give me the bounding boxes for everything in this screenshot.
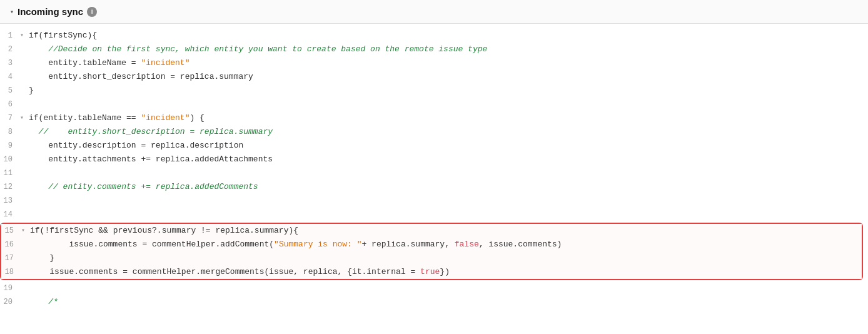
code-segment: issue.comments = commentHelper.addCommen… bbox=[30, 240, 274, 249]
code-segment: (firstSync){ bbox=[39, 31, 98, 40]
panel-title: Incoming sync bbox=[18, 6, 83, 17]
code-line: 7▾if(entity.tableName == "incident") { bbox=[0, 111, 868, 125]
code-segment: // entity.short_description = replica.su… bbox=[29, 127, 273, 136]
code-container: 1▾if(firstSync){2 //Decide on the first … bbox=[0, 24, 868, 330]
code-line: 5} bbox=[0, 84, 868, 98]
collapse-icon[interactable]: ▾ bbox=[10, 8, 14, 16]
code-segment: (!firstSync && previous?.summary != repl… bbox=[40, 226, 298, 235]
line-number: 11 bbox=[0, 166, 20, 180]
incoming-sync-panel: ▾ Incoming sync i 1▾if(firstSync){2 //De… bbox=[0, 0, 868, 330]
code-content: /* bbox=[29, 295, 860, 309]
line-number: 9 bbox=[0, 139, 20, 153]
line-number: 3 bbox=[0, 56, 20, 70]
code-line: 20 /* bbox=[0, 295, 868, 309]
code-content: if(firstSync){ bbox=[29, 29, 860, 43]
code-line: 1▾if(firstSync){ bbox=[0, 29, 868, 43]
code-line: 10 entity.attachments += replica.addedAt… bbox=[0, 153, 868, 166]
code-segment: ) { bbox=[189, 113, 204, 123]
line-number: 12 bbox=[0, 180, 20, 194]
code-segment: false bbox=[455, 240, 479, 249]
code-line: 3 entity.tableName = "incident" bbox=[0, 56, 868, 70]
line-number: 20 bbox=[0, 295, 20, 309]
line-number: 13 bbox=[0, 194, 20, 208]
line-number: 19 bbox=[0, 281, 20, 295]
code-content: if(entity.tableName == "incident") { bbox=[29, 111, 860, 125]
code-content: if(!firstSync && previous?.summary != re… bbox=[30, 224, 854, 238]
code-segment: "incident" bbox=[141, 113, 189, 123]
code-segment: /* bbox=[29, 297, 58, 306]
code-line: 4 entity.short_description = replica.sum… bbox=[0, 70, 868, 84]
code-segment: entity.tableName = bbox=[29, 58, 141, 68]
code-segment: entity.short_description = replica.summa… bbox=[29, 72, 253, 81]
line-number: 1 bbox=[0, 29, 20, 43]
code-segment: (entity.tableName == bbox=[39, 113, 141, 123]
code-segment: + replica.summary, bbox=[362, 240, 455, 249]
line-number: 7 bbox=[0, 111, 20, 125]
code-segment: //Decide on the first sync, which entity… bbox=[29, 44, 487, 54]
code-segment: true bbox=[420, 267, 440, 276]
code-segment: } bbox=[30, 253, 54, 263]
code-line: 19 bbox=[0, 281, 868, 295]
code-content: entity.attachments += replica.addedAttac… bbox=[29, 153, 860, 166]
code-content: // entity.short_description = replica.su… bbox=[29, 125, 860, 139]
code-line: 6 bbox=[0, 98, 868, 111]
code-line: 15▾if(!firstSync && previous?.summary !=… bbox=[1, 224, 862, 238]
line-number: 14 bbox=[0, 208, 20, 221]
code-segment: , issue.comments) bbox=[479, 240, 562, 249]
panel-header: ▾ Incoming sync i bbox=[0, 0, 868, 24]
line-number: 5 bbox=[0, 84, 20, 98]
code-line: 2 //Decide on the first sync, which enti… bbox=[0, 43, 868, 56]
code-segment: "incident" bbox=[141, 58, 189, 68]
code-line: 8 // entity.short_description = replica.… bbox=[0, 125, 868, 139]
code-segment: if bbox=[29, 113, 39, 123]
highlighted-block: 15▾if(!firstSync && previous?.summary !=… bbox=[0, 223, 863, 280]
code-line: 18 issue.comments = commentHelper.mergeC… bbox=[1, 265, 862, 279]
code-segment: // entity.comments += replica.addedComme… bbox=[29, 182, 258, 191]
fold-icon[interactable]: ▾ bbox=[20, 111, 28, 125]
code-content: entity.description = replica.description bbox=[29, 139, 860, 153]
fold-icon[interactable]: ▾ bbox=[21, 224, 29, 238]
code-segment: entity.attachments += replica.addedAttac… bbox=[29, 154, 273, 164]
code-line: 9 entity.description = replica.descripti… bbox=[0, 139, 868, 153]
code-line: 12 // entity.comments += replica.addedCo… bbox=[0, 180, 868, 194]
code-content: } bbox=[29, 84, 860, 98]
code-content: entity.short_description = replica.summa… bbox=[29, 70, 860, 84]
code-segment: "Summary is now: " bbox=[274, 240, 361, 249]
line-number: 6 bbox=[0, 98, 20, 111]
line-number: 18 bbox=[1, 265, 21, 279]
line-number: 16 bbox=[1, 238, 21, 251]
code-content: issue.comments = commentHelper.addCommen… bbox=[30, 238, 854, 251]
code-content: issue.comments = commentHelper.mergeComm… bbox=[30, 265, 854, 279]
line-number: 4 bbox=[0, 70, 20, 84]
code-line: 16 issue.comments = commentHelper.addCom… bbox=[1, 238, 862, 251]
code-segment: if bbox=[30, 226, 40, 235]
code-segment: if bbox=[29, 31, 39, 40]
line-number: 2 bbox=[0, 43, 20, 56]
line-number: 17 bbox=[1, 251, 21, 265]
line-number: 10 bbox=[0, 153, 20, 166]
line-number: 15 bbox=[1, 224, 21, 238]
code-segment: } bbox=[29, 86, 34, 95]
code-line: 14 bbox=[0, 208, 868, 221]
code-segment: issue.comments = commentHelper.mergeComm… bbox=[30, 267, 420, 276]
code-segment: }) bbox=[440, 267, 450, 276]
code-content: } bbox=[30, 251, 854, 265]
fold-icon[interactable]: ▾ bbox=[20, 29, 28, 43]
info-icon[interactable]: i bbox=[87, 7, 97, 17]
code-line: 17 } bbox=[1, 251, 862, 265]
code-segment: entity.description = replica.description bbox=[29, 141, 243, 150]
code-content: //Decide on the first sync, which entity… bbox=[29, 43, 860, 56]
code-line: 11 bbox=[0, 166, 868, 180]
line-number: 8 bbox=[0, 125, 20, 139]
code-content: // entity.comments += replica.addedComme… bbox=[29, 180, 860, 194]
code-content: entity.tableName = "incident" bbox=[29, 56, 860, 70]
code-line: 13 bbox=[0, 194, 868, 208]
